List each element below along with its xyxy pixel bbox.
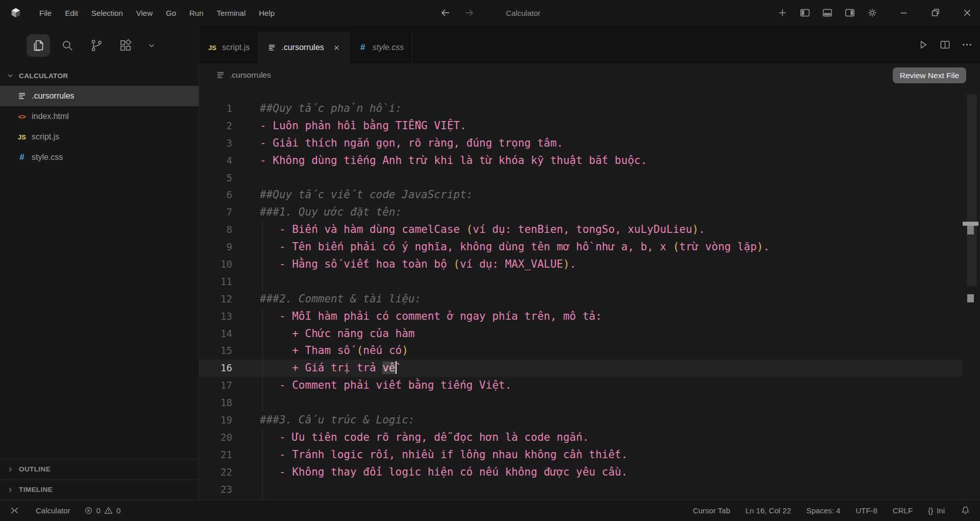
code-line-9[interactable]: 9 - Tên biến phải có ý nghĩa, không dùng… [199, 239, 963, 256]
status-problems[interactable]: 0 0 [84, 506, 121, 515]
indent-guide [262, 394, 263, 412]
code-line-22[interactable]: 22 - Không thay đổi logic hiện có nếu kh… [199, 464, 963, 481]
tab-style-css[interactable]: #style.css [350, 32, 412, 63]
explorer-section-header[interactable]: CALCULATOR [0, 65, 199, 86]
file-label: .cursorrules [32, 91, 75, 101]
chevron-right-icon [6, 486, 14, 494]
line-content: - Giải thích ngắn gọn, rõ ràng, đúng trọ… [260, 135, 563, 152]
text-cursor [396, 361, 397, 374]
review-next-file-button[interactable]: Review Next File [893, 67, 966, 83]
status-eol[interactable]: CRLF [893, 506, 913, 515]
menu-selection[interactable]: Selection [85, 6, 130, 20]
line-number: 15 [199, 342, 232, 360]
code-line-12[interactable]: 12###2. Comment & tài liệu: [199, 291, 963, 308]
extensions-icon[interactable] [114, 34, 137, 57]
code-line-13[interactable]: 13 - Mỗi hàm phải có comment ở ngay phía… [199, 308, 963, 325]
list-file-icon [17, 91, 27, 101]
status-project-name[interactable]: Calculator [36, 506, 70, 515]
notifications-bell-icon[interactable] [960, 505, 971, 516]
menu-view[interactable]: View [130, 6, 159, 20]
code-line-10[interactable]: 10 - Hằng số viết hoa toàn bộ (ví dụ: MA… [199, 256, 963, 273]
line-number: 19 [199, 412, 232, 429]
code-line-16[interactable]: 16 + Giá trị trả về [199, 360, 963, 377]
code-line-4[interactable]: 4- Không dùng tiếng Anh trừ khi là từ kh… [199, 152, 963, 170]
activity-bar [0, 26, 199, 65]
status-line-col[interactable]: Ln 16, Col 22 [746, 506, 791, 515]
file-row-cursorrules[interactable]: .cursorrules [0, 86, 199, 106]
section-outline[interactable]: OUTLINE [0, 459, 199, 479]
status-indentation[interactable]: Spaces: 4 [806, 506, 841, 515]
code-line-15[interactable]: 15 + Tham số (nếu có) [199, 342, 963, 360]
code-line-17[interactable]: 17 - Comment phải viết bằng tiếng Việt. [199, 377, 963, 394]
code-line-2[interactable]: 2- Luôn phản hồi bằng TIẾNG VIỆT. [199, 117, 963, 135]
file-row-index-html[interactable]: <>index.html [0, 106, 199, 127]
panel-bottom-icon[interactable] [822, 7, 833, 18]
plus-icon[interactable] [777, 7, 788, 18]
explorer-icon[interactable] [27, 34, 50, 57]
status-encoding[interactable]: UTF-8 [855, 506, 877, 515]
code-line-20[interactable]: 20 - Ưu tiên code rõ ràng, dễ đọc hơn là… [199, 429, 963, 446]
line-number: 18 [199, 394, 232, 412]
search-icon[interactable] [56, 34, 79, 57]
menu-file[interactable]: File [33, 6, 58, 20]
code-line-5[interactable]: 5 [199, 170, 963, 187]
panel-right-icon[interactable] [844, 7, 855, 18]
menu-go[interactable]: Go [159, 6, 183, 20]
code-line-23[interactable]: 23 [199, 481, 963, 499]
code-editor[interactable]: 1##Quy tắc phản hồi:2- Luôn phản hồi bằn… [199, 87, 980, 500]
line-number: 13 [199, 308, 232, 325]
tab-script-js[interactable]: JSscript.js [199, 32, 258, 63]
code-line-11[interactable]: 11 [199, 273, 963, 291]
status-cursor-tab[interactable]: Cursor Tab [693, 506, 730, 515]
line-number: 7 [199, 204, 232, 221]
code-line-21[interactable]: 21 - Tránh logic rối, nhiều if lồng nhau… [199, 446, 963, 464]
more-actions-icon[interactable] [961, 39, 973, 51]
status-language-mode[interactable]: {} Ini [928, 506, 945, 515]
line-number: 11 [199, 273, 232, 291]
forward-arrow-icon[interactable] [463, 7, 475, 19]
close-icon[interactable] [962, 7, 973, 18]
chevron-down-icon[interactable] [143, 34, 160, 57]
line-number: 14 [199, 325, 232, 343]
tab-cursorrules[interactable]: .cursorrules [258, 32, 350, 63]
line-content: ###3. Cấu trúc & Logic: [260, 412, 414, 429]
indent-guide [262, 273, 263, 291]
code-line-6[interactable]: 6##Quy tắc viết code JavaScript: [199, 186, 963, 204]
breadcrumb-item[interactable]: .cursorrules [230, 70, 271, 80]
run-icon[interactable] [917, 39, 929, 51]
code-line-7[interactable]: 7###1. Quy ước đặt tên: [199, 204, 963, 221]
file-row-script-js[interactable]: JSscript.js [0, 127, 199, 147]
line-content: ##Quy tắc phản hồi: [260, 100, 402, 117]
line-content: + Chức năng của hàm [260, 325, 414, 343]
line-number: 8 [199, 221, 232, 239]
app-window: FileEditSelectionViewGoRunTerminalHelp C… [0, 0, 980, 521]
code-line-3[interactable]: 3- Giải thích ngắn gọn, rõ ràng, đúng tr… [199, 135, 963, 152]
file-row-style-css[interactable]: #style.css [0, 147, 199, 168]
scrollbar-thumb[interactable] [967, 94, 977, 286]
code-line-19[interactable]: 19###3. Cấu trúc & Logic: [199, 412, 963, 429]
editor-actions [917, 26, 973, 63]
panel-left-icon[interactable] [799, 7, 811, 18]
code-line-8[interactable]: 8 - Biến và hàm dùng camelCase (ví dụ: t… [199, 221, 963, 239]
gear-icon[interactable] [867, 7, 878, 18]
menu-edit[interactable]: Edit [58, 6, 85, 20]
status-bar: Calculator 0 0 Cursor Tab Ln 16, Col 22 … [0, 500, 980, 521]
section-timeline[interactable]: TIMELINE [0, 479, 199, 500]
remote-indicator-icon[interactable] [9, 505, 20, 516]
source-control-icon[interactable] [85, 34, 108, 57]
code-line-1[interactable]: 1##Quy tắc phản hồi: [199, 100, 963, 117]
line-content: - Không dùng tiếng Anh trừ khi là từ khó… [260, 152, 647, 170]
tab-close-icon[interactable] [332, 43, 341, 52]
restore-icon[interactable] [930, 7, 941, 18]
back-arrow-icon[interactable] [439, 7, 452, 19]
menu-help[interactable]: Help [252, 6, 281, 20]
list-file-icon [266, 42, 277, 53]
file-list-icon [216, 70, 225, 80]
menu-terminal[interactable]: Terminal [210, 6, 253, 20]
code-line-18[interactable]: 18 [199, 394, 963, 412]
code-line-14[interactable]: 14 + Chức năng của hàm [199, 325, 963, 343]
minimize-icon[interactable] [898, 7, 910, 18]
section-label: OUTLINE [19, 465, 51, 473]
split-editor-icon[interactable] [939, 39, 951, 51]
menu-run[interactable]: Run [183, 6, 210, 20]
